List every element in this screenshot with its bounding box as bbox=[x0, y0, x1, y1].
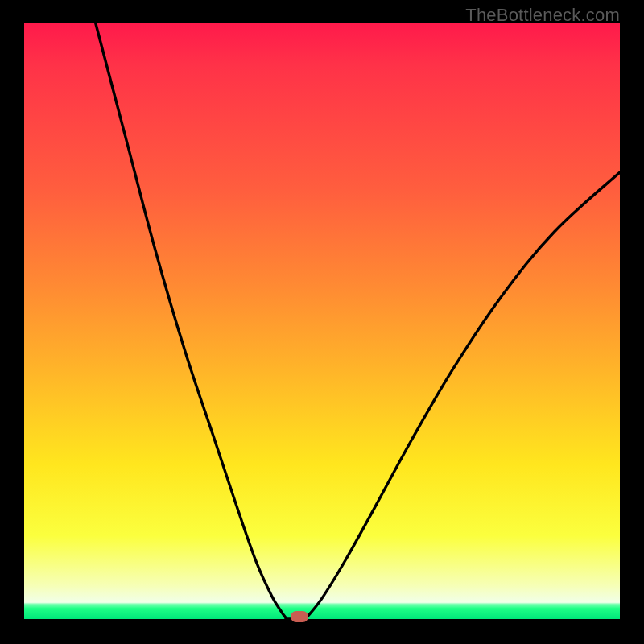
bottleneck-curve bbox=[96, 23, 620, 621]
plot-area bbox=[24, 23, 620, 619]
outer-frame: TheBottleneck.com bbox=[0, 0, 644, 644]
bottleneck-curve-svg bbox=[24, 23, 620, 619]
min-marker bbox=[291, 611, 308, 622]
